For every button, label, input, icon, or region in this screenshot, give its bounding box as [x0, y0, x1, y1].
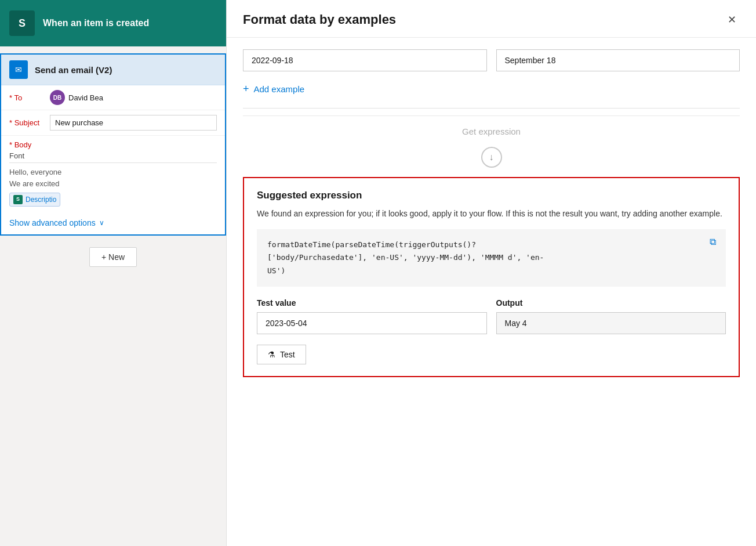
example-input-field[interactable]: [243, 49, 487, 71]
body-toolbar: Font: [9, 151, 217, 163]
get-expression-section: Get expression: [243, 115, 740, 147]
email-icon: ✉: [9, 60, 28, 79]
left-panel: S When an item is created ✉ Send an emai…: [0, 0, 226, 546]
expression-code-box: formatDateTime(parseDateTime(triggerOutp…: [257, 229, 726, 286]
modal-body: + Add example Get expression ↓ Suggested…: [227, 38, 756, 546]
to-label: * To: [9, 90, 44, 102]
new-step-button[interactable]: + New: [89, 247, 137, 267]
chevron-down-icon: ∨: [99, 219, 104, 227]
arrow-down-icon: ↓: [481, 147, 502, 168]
to-row: * To DB David Bea: [1, 85, 225, 110]
body-line2: We are excited: [9, 178, 217, 190]
output-value-field: [496, 312, 726, 334]
test-value-section: Test value: [257, 298, 487, 334]
email-block: ✉ Send an email (V2) * To DB David Bea *…: [0, 53, 226, 236]
suggested-description: We found an expression for you; if it lo…: [257, 207, 726, 220]
add-example-button[interactable]: + Add example: [243, 79, 740, 99]
right-panel: Format data by examples ✕ + Add example …: [226, 0, 756, 546]
to-name: David Bea: [68, 93, 103, 102]
close-button[interactable]: ✕: [724, 12, 740, 28]
subject-input[interactable]: New purchase: [50, 115, 217, 131]
advanced-options-link[interactable]: Show advanced options: [9, 218, 96, 227]
body-label: * Body: [9, 140, 217, 149]
flask-icon: ⚗: [268, 350, 275, 359]
example-output-field[interactable]: [496, 49, 740, 71]
copy-icon[interactable]: ⧉: [706, 236, 719, 249]
chip-icon: S: [13, 195, 23, 204]
suggested-title: Suggested expression: [257, 190, 726, 201]
test-button[interactable]: ⚗ Test: [257, 345, 306, 364]
advanced-options[interactable]: Show advanced options ∨: [1, 211, 225, 234]
avatar: DB: [50, 90, 65, 105]
email-block-title: Send an email (V2): [35, 65, 112, 75]
add-example-label: Add example: [254, 84, 305, 94]
test-value-row: Test value Output: [257, 298, 726, 334]
body-text: Hello, everyone We are excited S Descrip…: [9, 167, 217, 207]
trigger-block: S When an item is created: [0, 0, 226, 46]
modal-header: Format data by examples ✕: [227, 0, 756, 38]
suggested-expression-box: Suggested expression We found an express…: [243, 177, 740, 377]
plus-icon: +: [243, 83, 249, 95]
example-row: [243, 49, 740, 71]
body-line1: Hello, everyone: [9, 167, 217, 178]
subject-value[interactable]: New purchase: [50, 115, 217, 131]
to-value: DB David Bea: [50, 90, 217, 105]
expression-code: formatDateTime(parseDateTime(triggerOutp…: [267, 238, 715, 277]
modal-title: Format data by examples: [243, 12, 396, 27]
output-section: Output: [496, 298, 726, 334]
get-expression-button[interactable]: Get expression: [462, 126, 521, 136]
body-section: * Body Font Hello, everyone We are excit…: [1, 136, 225, 211]
trigger-label: When an item is created: [43, 18, 149, 28]
separator: [243, 108, 740, 109]
subject-label: * Subject: [9, 115, 44, 127]
test-value-label: Test value: [257, 298, 487, 308]
test-value-input[interactable]: [257, 312, 487, 334]
email-block-header: ✉ Send an email (V2): [1, 55, 225, 85]
output-label: Output: [496, 298, 726, 308]
new-step-section: + New: [0, 247, 226, 267]
description-chip: S Descriptio: [9, 193, 60, 207]
subject-row: * Subject New purchase: [1, 110, 225, 136]
trigger-icon: S: [9, 10, 35, 36]
